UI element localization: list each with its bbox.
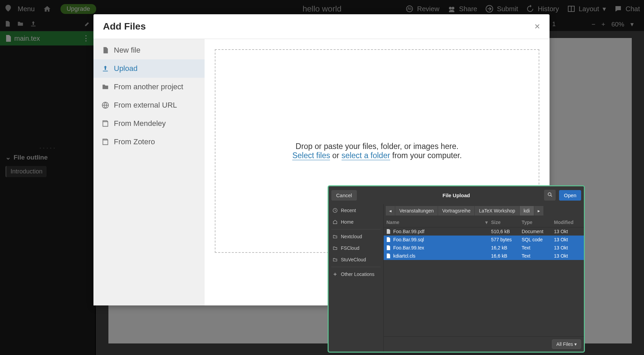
nextcloud-location[interactable]: Nextcloud: [329, 231, 383, 242]
col-type[interactable]: Type: [522, 220, 554, 225]
search-button[interactable]: [544, 190, 556, 201]
file-list: Foo.Bar.99.pdf510,6 kBDocument13 OktFoo.…: [384, 227, 584, 336]
file-row[interactable]: kdiartcl.cls16,6 kBText13 Okt: [384, 252, 584, 260]
svg-point-8: [548, 193, 551, 196]
breadcrumb-forward[interactable]: ▸: [534, 206, 544, 216]
recent-location[interactable]: Recent: [329, 205, 383, 216]
breadcrumb-item[interactable]: LaTeX Workshop: [475, 206, 519, 216]
upload-option[interactable]: Upload: [93, 59, 205, 78]
select-files-link[interactable]: Select files: [292, 151, 330, 160]
breadcrumb-item[interactable]: kdi: [520, 206, 534, 216]
breadcrumb-item[interactable]: Vortragsreihe: [438, 206, 475, 216]
cancel-button[interactable]: Cancel: [331, 190, 357, 201]
from-project-option[interactable]: From another project: [93, 78, 205, 96]
modal-title: Add Files: [103, 21, 146, 32]
modal-sidebar: New file Upload From another project Fro…: [93, 39, 205, 305]
sort-indicator-icon: ▾: [485, 220, 488, 225]
stuvecloud-location[interactable]: StuVeCloud: [329, 254, 383, 265]
fscloud-location[interactable]: FSCloud: [329, 242, 383, 254]
file-row[interactable]: Foo.Bar.99.pdf510,6 kBDocument13 Okt: [384, 227, 584, 236]
breadcrumb-item[interactable]: Veranstaltungen: [395, 206, 438, 216]
file-row[interactable]: Foo.Bar.99.sql577 bytesSQL code13 Okt: [384, 236, 584, 244]
col-modified[interactable]: Modified: [554, 220, 581, 225]
home-location[interactable]: Home: [329, 216, 383, 228]
file-row[interactable]: Foo.Bar.99.tex16,2 kBText13 Okt: [384, 244, 584, 252]
from-url-option[interactable]: From external URL: [93, 96, 205, 114]
select-folder-link[interactable]: select a folder: [342, 151, 390, 160]
col-size[interactable]: Size: [491, 220, 522, 225]
from-mendeley-option[interactable]: From Mendeley: [93, 114, 205, 133]
table-header: Name ▾ Size Type Modified: [384, 218, 584, 227]
from-zotero-option[interactable]: From Zotero: [93, 133, 205, 151]
file-type-filter[interactable]: All Files ▾: [552, 339, 581, 349]
other-locations[interactable]: Other Locations: [329, 268, 383, 280]
svg-line-9: [551, 195, 552, 197]
new-file-option[interactable]: New file: [93, 41, 205, 59]
file-upload-dialog: Cancel File Upload Open Recent Home Next…: [328, 185, 585, 353]
dropzone-text: Drop or paste your files, folder, or ima…: [296, 142, 458, 151]
col-name[interactable]: Name ▾: [386, 220, 491, 225]
fp-sidebar: Recent Home Nextcloud FSCloud StuVeCloud…: [329, 204, 384, 352]
breadcrumb: ◂ Veranstaltungen Vortragsreihe LaTeX Wo…: [384, 204, 584, 218]
close-icon[interactable]: ×: [535, 21, 540, 32]
dialog-title: File Upload: [442, 192, 470, 198]
breadcrumb-back[interactable]: ◂: [386, 206, 395, 216]
open-button[interactable]: Open: [559, 190, 581, 201]
